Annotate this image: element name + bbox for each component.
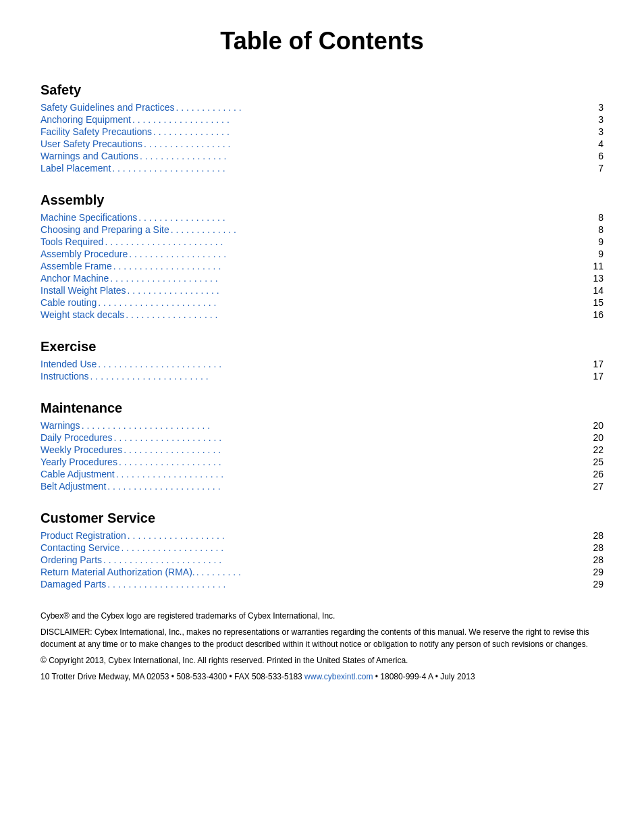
toc-entry-title[interactable]: Damaged Parts (41, 579, 106, 590)
toc-entry-title[interactable]: Intended Use (41, 359, 97, 369)
toc-entry-title[interactable]: Warnings and Cautions (41, 151, 138, 161)
toc-entry-title[interactable]: Cable routing (41, 297, 97, 308)
disclaimer-text: DISCLAIMER: Cybex International, Inc., m… (41, 626, 603, 650)
toc-entry-title[interactable]: Anchoring Equipment (41, 114, 131, 125)
toc-entry-dots: . . . . . . . . . . . . . . . . . . . . … (82, 420, 592, 431)
toc-entry: Choosing and Preparing a Site. . . . . .… (41, 224, 603, 235)
toc-entry-page: 3 (598, 102, 603, 113)
toc-entry-page: 8 (598, 224, 603, 235)
toc-entry-title[interactable]: Choosing and Preparing a Site (41, 224, 169, 235)
section-heading-exercise: Exercise (41, 339, 603, 355)
toc-entry-title[interactable]: Install Weight Plates (41, 285, 126, 296)
toc-entry-title[interactable]: Label Placement (41, 163, 111, 174)
toc-entry-page: 29 (593, 567, 603, 577)
toc-entry-title[interactable]: Instructions (41, 371, 89, 382)
toc-entry-title[interactable]: Yearly Procedures (41, 457, 117, 467)
toc-entry-dots: . . . . . . . . . . . . . (171, 224, 597, 235)
toc-entry: Contacting Service. . . . . . . . . . . … (41, 542, 603, 553)
toc-entry-title[interactable]: Assemble Frame (41, 261, 112, 271)
toc-entry-page: 29 (593, 579, 603, 590)
toc-entry-page: 28 (593, 530, 603, 541)
toc-entry: Weight stack decals. . . . . . . . . . .… (41, 309, 603, 320)
toc-entry-title[interactable]: User Safety Precautions (41, 138, 142, 149)
toc-entry-dots: . . . . . . . . . . . . . . . . . (138, 212, 597, 223)
toc-entry-page: 13 (593, 273, 603, 284)
toc-entry-title[interactable]: Product Registration (41, 530, 126, 541)
toc-entry: Tools Required. . . . . . . . . . . . . … (41, 236, 603, 247)
section-heading-safety: Safety (41, 82, 603, 98)
trademark-text: Cybex® and the Cybex logo are registered… (41, 610, 603, 622)
toc-entry-dots: . . . . . . . . . . . . . . . . . . . . … (116, 469, 592, 479)
toc-entry: Instructions. . . . . . . . . . . . . . … (41, 371, 603, 382)
toc-entry-page: 9 (598, 236, 603, 247)
toc-entry: Yearly Procedures. . . . . . . . . . . .… (41, 457, 603, 467)
section-safety: SafetySafety Guidelines and Practices. .… (41, 82, 603, 174)
toc-entry-dots: . . . . . . . . . . . . . . . . . . . (129, 249, 597, 259)
toc-entry-title[interactable]: Safety Guidelines and Practices (41, 102, 174, 113)
toc-entry: Warnings and Cautions. . . . . . . . . .… (41, 151, 603, 161)
toc-container: SafetySafety Guidelines and Practices. .… (41, 82, 603, 590)
toc-entry-title[interactable]: Tools Required (41, 236, 103, 247)
toc-entry-dots: . . . . . . . . . (196, 567, 592, 577)
toc-entry: Ordering Parts. . . . . . . . . . . . . … (41, 554, 603, 565)
toc-entry-dots: . . . . . . . . . . . . . . . (153, 126, 597, 137)
toc-entry: Warnings. . . . . . . . . . . . . . . . … (41, 420, 603, 431)
toc-entry-dots: . . . . . . . . . . . . . . . . . . . . … (113, 261, 592, 271)
page-title: Table of Contents (41, 27, 603, 55)
address-post: • 18080-999-4 A • July 2013 (373, 672, 475, 681)
toc-entry-dots: . . . . . . . . . . . . . . . . . . . . … (114, 432, 592, 443)
toc-entry-title[interactable]: Cable Adjustment (41, 469, 115, 479)
toc-entry: Label Placement. . . . . . . . . . . . .… (41, 163, 603, 174)
toc-entry: Install Weight Plates. . . . . . . . . .… (41, 285, 603, 296)
toc-entry-title[interactable]: Ordering Parts (41, 554, 102, 565)
toc-entry-dots: . . . . . . . . . . . . . . . . . . . (132, 114, 597, 125)
toc-entry-page: 3 (598, 126, 603, 137)
toc-entry-page: 14 (593, 285, 603, 296)
toc-entry-title[interactable]: Belt Adjustment (41, 481, 106, 492)
toc-entry-dots: . . . . . . . . . . . . . . . . . . (128, 285, 592, 296)
toc-entry-page: 4 (598, 138, 603, 149)
toc-entry-page: 17 (593, 359, 603, 369)
toc-entry-dots: . . . . . . . . . . . . . . . . . . . . … (105, 236, 597, 247)
address-text: 10 Trotter Drive Medway, MA 02053 • 508-… (41, 671, 603, 683)
toc-entry-title[interactable]: Warnings (41, 420, 80, 431)
toc-entry: User Safety Precautions. . . . . . . . .… (41, 138, 603, 149)
toc-entry-dots: . . . . . . . . . . . . . . . . . . . . … (110, 273, 591, 284)
toc-entry: Damaged Parts. . . . . . . . . . . . . .… (41, 579, 603, 590)
toc-entry-title[interactable]: Weight stack decals (41, 309, 124, 320)
section-customer-service: Customer ServiceProduct Registration. . … (41, 511, 603, 590)
toc-entry-page: 9 (598, 249, 603, 259)
toc-entry-title[interactable]: Weekly Procedures (41, 444, 122, 455)
toc-entry-title[interactable]: Daily Procedures (41, 432, 113, 443)
toc-entry-page: 28 (593, 542, 603, 553)
toc-entry-title[interactable]: Machine Specifications (41, 212, 137, 223)
toc-entry: Anchoring Equipment. . . . . . . . . . .… (41, 114, 603, 125)
toc-entry: Return Material Authorization (RMA).. . … (41, 567, 603, 577)
toc-entry-dots: . . . . . . . . . . . . . . . . . . . . (122, 542, 592, 553)
toc-entry: Assemble Frame. . . . . . . . . . . . . … (41, 261, 603, 271)
copyright-text: © Copyright 2013, Cybex International, I… (41, 654, 603, 667)
toc-entry-title[interactable]: Assembly Procedure (41, 249, 128, 259)
toc-entry: Facility Safety Precautions. . . . . . .… (41, 126, 603, 137)
section-heading-customer-service: Customer Service (41, 511, 603, 526)
address-pre: 10 Trotter Drive Medway, MA 02053 • 508-… (41, 672, 304, 681)
toc-entry-page: 7 (598, 163, 603, 174)
toc-entry-title[interactable]: Return Material Authorization (RMA). (41, 567, 195, 577)
toc-entry-dots: . . . . . . . . . . . . . . . . . . . . (119, 457, 592, 467)
toc-entry-dots: . . . . . . . . . . . . . . . . . . . . … (98, 359, 591, 369)
toc-entry-title[interactable]: Contacting Service (41, 542, 120, 553)
toc-entry-page: 25 (593, 457, 603, 467)
toc-entry-title[interactable]: Anchor Machine (41, 273, 109, 284)
toc-entry-dots: . . . . . . . . . . . . . . . . . (140, 151, 597, 161)
toc-entry-dots: . . . . . . . . . . . . . . . . . . . (124, 444, 591, 455)
toc-entry-dots: . . . . . . . . . . . . . . . . . . . . … (98, 297, 591, 308)
toc-entry-dots: . . . . . . . . . . . . . . . . . . . . … (107, 481, 591, 492)
toc-entry: Daily Procedures. . . . . . . . . . . . … (41, 432, 603, 443)
toc-entry-title[interactable]: Facility Safety Precautions (41, 126, 152, 137)
website-link[interactable]: www.cybexintl.com (304, 672, 373, 681)
toc-entry-page: 17 (593, 371, 603, 382)
toc-entry-page: 6 (598, 151, 603, 161)
toc-entry-dots: . . . . . . . . . . . . . . . . . . . (128, 530, 592, 541)
toc-entry: Intended Use. . . . . . . . . . . . . . … (41, 359, 603, 369)
section-heading-maintenance: Maintenance (41, 400, 603, 416)
